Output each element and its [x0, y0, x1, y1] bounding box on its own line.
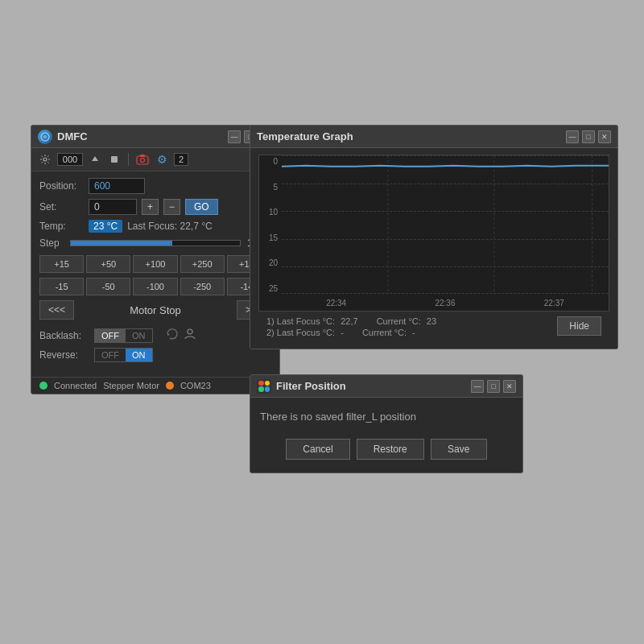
footer-line1-value: 22,7: [341, 316, 357, 326]
filter-message: There is no saved filter_L position: [260, 411, 513, 423]
position-row: Position: 600: [39, 178, 271, 194]
com-indicator: [166, 382, 174, 390]
temp-window-controls: — □ ✕: [566, 130, 611, 143]
backlash-on-button[interactable]: ON: [126, 329, 152, 342]
dmfc-window: DMFC — □ ✕ 000 ⚙: [31, 125, 280, 394]
step-bar-container: [70, 240, 241, 246]
connected-text: Connected: [54, 381, 97, 390]
dmfc-content: Position: 600 Set: + − GO Temp: 23 °C La…: [31, 171, 279, 374]
step-label: Step: [39, 237, 64, 249]
filter-position-window: Filter Position — □ ✕ There is no saved …: [250, 374, 523, 473]
y-label-0: 0: [261, 157, 280, 166]
nav-left-button[interactable]: <<<: [39, 300, 74, 320]
grid-line-25: [282, 155, 609, 156]
refresh-icon[interactable]: [166, 328, 179, 343]
x-label-2237: 22:37: [544, 299, 564, 308]
y-label-5: 5: [261, 183, 280, 192]
dot-green: [258, 386, 264, 392]
temp-minimize-button[interactable]: —: [566, 130, 579, 143]
footer-line1-current-label: Current °C:: [377, 316, 421, 326]
motor-type-text: Stepper Motor: [103, 381, 159, 390]
x-label-2234: 22:34: [326, 299, 346, 308]
step-plus-50-button[interactable]: +50: [86, 255, 130, 273]
step-minus-250-button[interactable]: -250: [180, 278, 225, 295]
go-button[interactable]: GO: [185, 199, 218, 215]
dmfc-status-bar: Connected Stepper Motor COM23: [31, 377, 279, 394]
gear-blue-icon[interactable]: ⚙: [155, 152, 169, 167]
filter-title-bar: Filter Position — □ ✕: [250, 375, 522, 398]
svg-marker-9: [167, 334, 170, 336]
temp-maximize-button[interactable]: □: [582, 130, 595, 143]
filter-minimize-button[interactable]: —: [471, 380, 484, 393]
filter-buttons: Cancel Restore Save: [260, 439, 513, 460]
set-row: Set: + − GO: [39, 199, 271, 215]
footer-line1-label: 1) Last Focus °C:: [266, 316, 335, 326]
temperature-graph-window: Temperature Graph — □ ✕ 25 20 15 10 5 0: [250, 125, 618, 349]
reverse-off-button[interactable]: OFF: [95, 349, 126, 361]
backlash-toggle: OFF ON: [94, 328, 153, 343]
x-axis-labels: 22:34 22:36 22:37: [282, 295, 609, 311]
channel-number: 2: [174, 153, 188, 166]
step-bar-fill: [71, 241, 172, 246]
backlash-off-button[interactable]: OFF: [95, 329, 126, 342]
temp-line-chart: [282, 155, 609, 295]
set-plus-button[interactable]: +: [142, 199, 159, 215]
restore-button[interactable]: Restore: [357, 439, 424, 460]
filter-title-left: Filter Position: [257, 379, 346, 394]
footer-line2-current-label: Current °C:: [362, 328, 407, 337]
save-button[interactable]: Save: [431, 439, 487, 460]
x-label-2236: 22:36: [435, 299, 455, 308]
dmfc-title: DMFC: [57, 130, 88, 142]
step-minus-15-button[interactable]: -15: [39, 278, 84, 295]
toolbar-divider: [128, 153, 129, 166]
footer-line1: 1) Last Focus °C: 22,7 Current °C: 23: [266, 316, 436, 326]
step-minus-100-button[interactable]: -100: [133, 278, 177, 295]
step-plus-15-button[interactable]: +15: [39, 255, 84, 273]
set-minus-button[interactable]: −: [163, 199, 180, 215]
last-focus-text: Last Focus: 22,7 °C: [127, 221, 213, 232]
reverse-row: Reverse: OFF ON: [39, 348, 271, 362]
set-input[interactable]: [89, 199, 137, 215]
cancel-button[interactable]: Cancel: [286, 439, 349, 460]
up-icon[interactable]: [88, 152, 102, 167]
set-label: Set:: [39, 201, 84, 213]
camera-icon[interactable]: [135, 152, 150, 167]
temp-title-left: Temperature Graph: [257, 130, 353, 142]
filter-window-controls: — □ ✕: [471, 380, 516, 393]
filter-maximize-button[interactable]: □: [487, 380, 500, 393]
stop-icon[interactable]: [107, 152, 122, 167]
dmfc-title-bar: DMFC — □ ✕: [31, 126, 279, 148]
temp-label: Temp:: [39, 221, 84, 232]
speed-display: 000: [57, 153, 83, 166]
backlash-label: Backlash:: [39, 330, 88, 341]
filter-title: Filter Position: [276, 380, 346, 392]
hide-button[interactable]: Hide: [557, 316, 601, 336]
temp-title-bar: Temperature Graph — □ ✕: [250, 126, 617, 148]
y-label-20: 20: [261, 258, 280, 267]
graph-footer: 1) Last Focus °C: 22,7 Current °C: 23 2)…: [258, 312, 609, 342]
settings-icon[interactable]: [38, 152, 52, 167]
dot-red: [258, 381, 264, 386]
y-axis-labels: 25 20 15 10 5 0: [259, 155, 282, 295]
svg-point-1: [43, 158, 47, 161]
dmfc-title-left: DMFC: [38, 130, 88, 144]
backlash-row: Backlash: OFF ON: [39, 328, 271, 343]
step-minus-50-button[interactable]: -50: [86, 278, 130, 295]
reverse-toggle: OFF ON: [94, 348, 153, 362]
dot-blue: [265, 386, 270, 392]
connected-indicator: [39, 382, 47, 390]
filter-close-button[interactable]: ✕: [503, 380, 516, 393]
temp-close-button[interactable]: ✕: [598, 130, 611, 143]
filter-app-icon: [257, 379, 271, 394]
step-plus-250-button[interactable]: +250: [180, 255, 225, 273]
grid-line-5: [282, 266, 609, 267]
temp-row: Temp: 23 °C Last Focus: 22,7 °C: [39, 220, 271, 233]
person-icon[interactable]: [184, 328, 196, 343]
reverse-on-button[interactable]: ON: [126, 349, 152, 361]
dmfc-minimize-button[interactable]: —: [228, 130, 241, 143]
graph-area: 25 20 15 10 5 0: [250, 148, 617, 349]
step-plus-100-button[interactable]: +100: [133, 255, 177, 273]
svg-rect-6: [140, 155, 145, 157]
dmfc-app-icon: [38, 130, 52, 144]
graph-footer-left: 1) Last Focus °C: 22,7 Current °C: 23 2)…: [266, 316, 436, 337]
